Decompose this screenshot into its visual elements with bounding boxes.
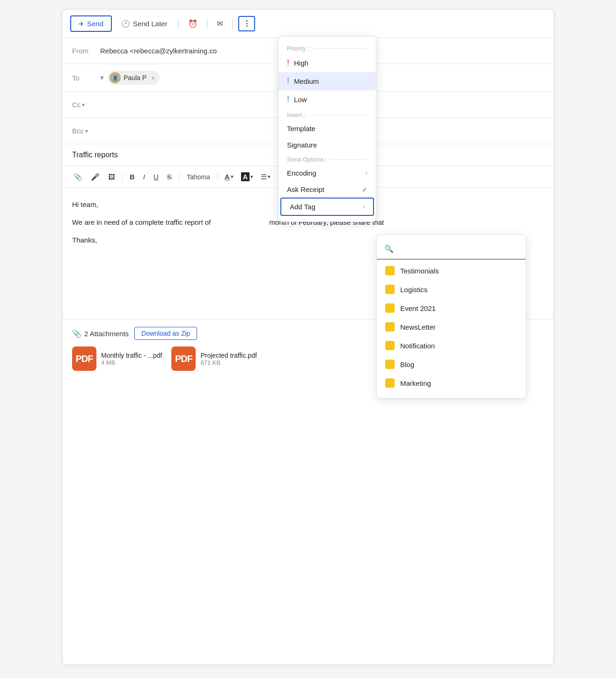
priority-high-item[interactable]: ! High <box>279 54 376 72</box>
send-options-section-label: Send Options : <box>279 153 376 165</box>
tag-search-input[interactable] <box>397 245 518 253</box>
image-icon: 🖼 <box>108 173 115 181</box>
tag-item-logistics[interactable]: Logistics <box>377 280 526 299</box>
send-label: Send <box>87 20 103 28</box>
from-label: From <box>72 47 100 55</box>
tag-name: Marketing <box>400 379 431 387</box>
tag-name: NewsLetter <box>400 323 436 331</box>
medium-priority-icon: ! <box>287 76 289 86</box>
attachment-count-label: 2 Attachments <box>84 330 129 338</box>
file-info-1: Monthly traffic - ...pdf 4 MB <box>101 352 162 366</box>
text-color-button[interactable]: A ▾ <box>222 170 236 183</box>
strikethrough-button[interactable]: S <box>164 170 175 183</box>
send-later-button[interactable]: 🕐 Send Later <box>116 16 173 31</box>
insert-section-label: Insert : <box>279 109 376 120</box>
alarm-button[interactable]: ⏰ <box>184 16 201 31</box>
tag-item-notification[interactable]: Notification <box>377 336 526 355</box>
text-color-icon: A <box>225 173 230 181</box>
add-tag-label: Add Tag <box>290 203 315 211</box>
mail-icon: ✉ <box>217 19 223 28</box>
tag-color-icon <box>385 341 395 350</box>
add-tag-item[interactable]: Add Tag › <box>280 198 374 216</box>
file-name-1: Monthly traffic - ...pdf <box>101 352 162 359</box>
chevron-down-icon: ▾ <box>100 74 104 82</box>
search-icon: 🔍 <box>384 244 394 253</box>
font-selector[interactable]: Tahoma <box>183 171 214 183</box>
signature-item[interactable]: Signature <box>279 137 376 153</box>
more-options-button[interactable]: ⋮ <box>238 16 255 31</box>
recipient-name: Paula P <box>124 74 147 81</box>
send-icon: ✈ <box>79 20 84 28</box>
image-button[interactable]: 🖼 <box>105 170 118 183</box>
chevron-down-icon: ▾ <box>250 174 253 180</box>
tag-name: Testimonials <box>400 267 439 275</box>
file-info-2: Projected traffic.pdf 871 KB <box>200 352 257 366</box>
remove-recipient-button[interactable]: × <box>151 74 155 81</box>
italic-button[interactable]: I <box>140 170 148 183</box>
tag-color-icon <box>385 266 395 275</box>
encoding-item[interactable]: Encoding › <box>279 165 376 181</box>
bold-button[interactable]: B <box>126 170 138 183</box>
chevron-down-icon: ▾ <box>231 174 234 180</box>
alarm-icon: ⏰ <box>188 19 198 28</box>
priority-medium-item[interactable]: ! Medium <box>279 72 376 90</box>
tag-color-icon <box>385 378 395 388</box>
high-priority-label: High <box>294 59 308 67</box>
ask-receipt-item[interactable]: Ask Receipt ✓ <box>279 181 376 198</box>
tag-search-bar: 🔍 <box>377 241 526 259</box>
tag-item-marketing[interactable]: Marketing <box>377 374 526 392</box>
priority-low-item[interactable]: ! Low <box>279 90 376 109</box>
tag-name: Logistics <box>400 286 427 294</box>
from-value: Rebecca <rebecca@zylkertraining.co <box>100 47 217 55</box>
email-compose-window: ✈ Send 🕐 Send Later ⏰ ✉ ⋮ From Rebecca <… <box>62 9 554 665</box>
format-sep-1 <box>122 173 123 181</box>
template-icon-button[interactable]: ✉ <box>213 16 227 31</box>
tag-item-testimonials[interactable]: Testimonials <box>377 261 526 280</box>
paperclip-icon: 📎 <box>72 329 81 338</box>
clock-icon: 🕐 <box>121 20 130 28</box>
tag-color-icon <box>385 360 395 369</box>
tag-name: Blog <box>400 361 414 368</box>
underline-button[interactable]: U <box>150 170 162 183</box>
chevron-down-icon: ▾ <box>268 174 271 180</box>
pdf-icon-2: PDF <box>171 346 196 371</box>
attachment-item: PDF Monthly traffic - ...pdf 4 MB <box>72 346 162 371</box>
align-button[interactable]: ☰ ▾ <box>258 170 273 184</box>
template-item[interactable]: Template <box>279 120 376 137</box>
low-priority-icon: ! <box>287 95 289 104</box>
bcc-label[interactable]: Bcc ▾ <box>72 127 88 135</box>
format-sep-3 <box>218 173 218 181</box>
tag-color-icon <box>385 285 395 294</box>
tag-item-newsletter[interactable]: NewsLetter <box>377 317 526 336</box>
encoding-arrow-icon: › <box>366 170 367 177</box>
highlight-color-button[interactable]: A ▾ <box>238 170 257 184</box>
pdf-icon: PDF <box>72 346 96 371</box>
align-icon: ☰ <box>261 173 267 181</box>
download-zip-button[interactable]: Download as Zip <box>134 327 197 340</box>
chevron-down-icon: ▾ <box>82 102 85 108</box>
attachment-button[interactable]: 📎 <box>70 170 86 184</box>
to-dropdown[interactable]: ▾ <box>100 74 104 82</box>
format-sep-2 <box>179 173 179 181</box>
send-later-label: Send Later <box>133 20 167 28</box>
avatar: 👤 <box>110 72 121 83</box>
priority-menu: Priority : ! High ! Medium ! Low Insert … <box>278 36 376 222</box>
high-priority-icon: ! <box>287 58 289 68</box>
file-size-1: 4 MB <box>101 359 162 366</box>
ask-receipt-check-icon: ✓ <box>362 186 367 193</box>
subject-value: Traffic reports <box>72 151 118 159</box>
signature-label: Signature <box>287 141 317 149</box>
tag-item-blog[interactable]: Blog <box>377 355 526 374</box>
file-size-2: 871 KB <box>200 359 257 366</box>
paperclip-icon: 📎 <box>73 173 82 181</box>
send-button[interactable]: ✈ Send <box>70 15 112 32</box>
tag-item-event2021[interactable]: Event 2021 <box>377 299 526 317</box>
ellipsis-vertical-icon: ⋮ <box>243 19 250 28</box>
attachment-item-2: PDF Projected traffic.pdf 871 KB <box>171 346 257 371</box>
compose-toolbar: ✈ Send 🕐 Send Later ⏰ ✉ ⋮ <box>63 10 553 38</box>
microphone-button[interactable]: 🎤 <box>88 170 103 184</box>
tag-color-icon <box>385 303 395 313</box>
add-tag-arrow-icon: › <box>363 203 365 210</box>
tag-name: Notification <box>400 342 435 350</box>
cc-label[interactable]: Cc ▾ <box>72 101 85 109</box>
